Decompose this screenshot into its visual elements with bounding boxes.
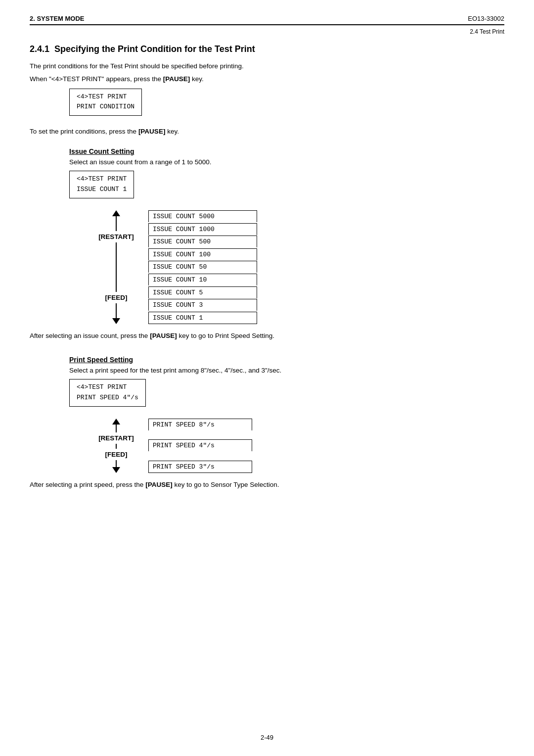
count-row-1: ISSUE COUNT 1	[148, 312, 257, 324]
intro-line2: When "<4>TEST PRINT" appears, press the …	[30, 74, 504, 84]
count-row-3: ISSUE COUNT 3	[148, 299, 257, 311]
intro-line1: The print conditions for the Test Print …	[30, 61, 504, 71]
page-header: 2. SYSTEM MODE EO13-33002	[30, 15, 504, 22]
print-speed-desc: Select a print speed for the test print …	[69, 367, 504, 374]
count-row-10: ISSUE COUNT 10	[148, 274, 257, 285]
line-seg-mid	[116, 242, 117, 292]
line-seg-top	[116, 216, 117, 231]
count-row-50: ISSUE COUNT 50	[148, 261, 257, 273]
speed-restart-label: [RESTART]	[98, 432, 134, 444]
count-row-500: ISSUE COUNT 500	[148, 236, 257, 247]
issue-count-list: ISSUE COUNT 5000 ISSUE COUNT 1000 ISSUE …	[148, 210, 257, 324]
lcd-issue-count: <4>TEST PRINT ISSUE COUNT 1	[69, 171, 134, 198]
speed-line-mid1	[116, 444, 117, 449]
speed-up-arrow	[112, 419, 120, 425]
print-speed-list: PRINT SPEED 8"/s PRINT SPEED 4"/s PRINT …	[148, 419, 252, 473]
print-speed-title: Print Speed Setting	[69, 356, 504, 364]
restart-label: [RESTART]	[98, 231, 134, 242]
header-divider	[30, 24, 504, 25]
speed-feed-label: [FEED]	[105, 449, 128, 460]
issue-count-diagram: [RESTART] [FEED] ISSUE COUNT 5000 ISSUE …	[89, 210, 504, 324]
speed-line-top	[116, 425, 117, 432]
speed-down-arrow	[112, 467, 120, 473]
print-speed-diagram: [RESTART] [FEED] PRINT SPEED 8"/s PRINT …	[89, 419, 504, 473]
speed-row-8: PRINT SPEED 8"/s	[148, 419, 252, 430]
after-print-speed: After selecting a print speed, press the…	[30, 480, 504, 490]
issue-count-desc: Select an issue count from a range of 1 …	[69, 158, 504, 166]
count-row-5000: ISSUE COUNT 5000	[148, 210, 257, 222]
header-section: 2. SYSTEM MODE	[30, 15, 85, 22]
lcd-print-speed: <4>TEST PRINT PRINT SPEED 4"/s	[69, 379, 146, 407]
speed-line-bot	[116, 460, 117, 467]
pause-instruction: To set the print conditions, press the […	[30, 127, 504, 137]
sub-header-text: 2.4 Test Print	[470, 28, 504, 35]
count-row-100: ISSUE COUNT 100	[148, 248, 257, 260]
speed-row-3: PRINT SPEED 3"/s	[148, 461, 252, 473]
page-number: 2-49	[261, 734, 273, 741]
sub-header: 2.4 Test Print	[30, 28, 504, 35]
up-arrow	[112, 210, 120, 216]
issue-count-title: Issue Count Setting	[69, 147, 504, 155]
count-row-1000: ISSUE COUNT 1000	[148, 223, 257, 235]
down-arrow	[112, 318, 120, 324]
after-issue-count: After selecting an issue count, press th…	[30, 331, 504, 341]
page: 2. SYSTEM MODE EO13-33002 2.4 Test Print…	[0, 0, 534, 756]
line-seg-bot	[116, 303, 117, 318]
header-doc-number: EO13-33002	[468, 15, 504, 22]
lcd-box-1: <4>TEST PRINT PRINT CONDITION	[69, 89, 142, 116]
speed-row-4: PRINT SPEED 4"/s	[148, 439, 252, 451]
section-title: 2.4.1 Specifying the Print Condition for…	[30, 44, 504, 54]
feed-label: [FEED]	[105, 292, 128, 303]
count-row-5: ISSUE COUNT 5	[148, 286, 257, 298]
